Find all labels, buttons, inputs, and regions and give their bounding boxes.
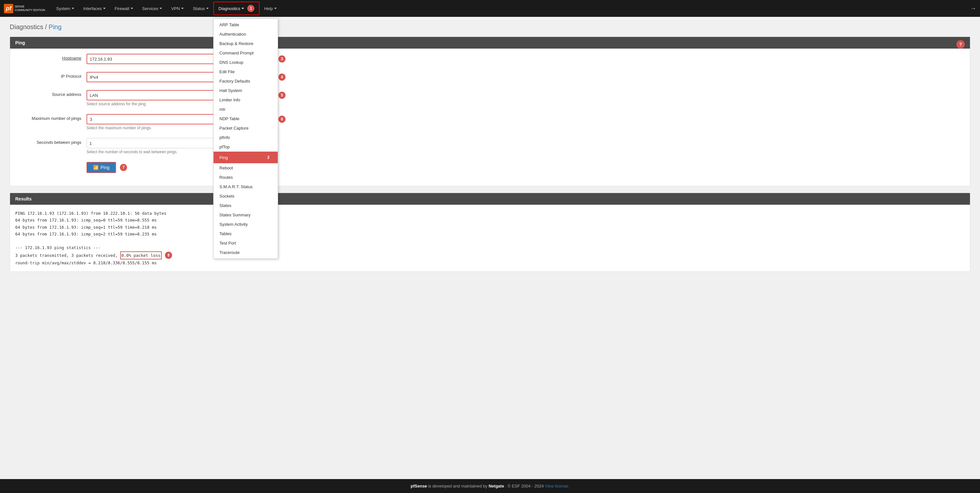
- ip-protocol-group: IP Protocol IPv4 IPv6 4: [15, 72, 965, 85]
- nav-services[interactable]: Services: [138, 3, 167, 14]
- result-blank: [15, 238, 965, 244]
- dropdown-factory-defaults[interactable]: Factory Defaults: [213, 76, 278, 86]
- footer-text-middle: is developed and maintained by: [428, 483, 488, 488]
- caret-icon: [72, 8, 74, 9]
- logo-pf: pf: [4, 4, 13, 13]
- dropdown-mtr[interactable]: mtr: [213, 105, 278, 114]
- results-panel-heading: Results: [10, 193, 970, 205]
- source-address-badge: 5: [278, 92, 285, 99]
- dropdown-ndp-table[interactable]: NDP Table: [213, 114, 278, 124]
- dropdown-pftop[interactable]: pfTop: [213, 142, 278, 152]
- max-pings-label: Maximum number of pings: [15, 114, 86, 121]
- result-stats-header: --- 172.16.1.93 ping statistics ---: [15, 244, 965, 251]
- main-content: Diagnostics / Ping Ping ? Hostname 3: [0, 17, 980, 479]
- result-roundtrip: round-trip min/avg/max/stddev = 8.218/8.…: [15, 260, 965, 266]
- hostname-label: Hostname: [15, 54, 86, 60]
- diagnostics-dropdown: ARP Table Authentication Backup & Restor…: [213, 19, 278, 259]
- dropdown-traceroute[interactable]: Traceroute: [213, 248, 278, 257]
- ping-button-group: 📶 Ping 7: [15, 162, 965, 176]
- ip-protocol-label: IP Protocol: [15, 72, 86, 79]
- packet-loss-value: 0.0% packet loss: [120, 251, 162, 260]
- ping-panel-body: Hostname 3 IP Protocol: [10, 49, 970, 186]
- dropdown-tables[interactable]: Tables: [213, 229, 278, 238]
- dropdown-arp-table[interactable]: ARP Table: [213, 20, 278, 30]
- dropdown-states-summary[interactable]: States Summary: [213, 210, 278, 220]
- result-line-2: 64 bytes from 172.16.1.93: icmp_seq=0 tt…: [15, 217, 965, 224]
- dropdown-states[interactable]: States: [213, 201, 278, 210]
- ping-button-spacer: [15, 162, 86, 164]
- brand: pf SenseCOMMUNITY EDITION: [4, 4, 45, 13]
- source-address-label: Source address: [15, 90, 86, 97]
- ping-button[interactable]: 📶 Ping: [86, 162, 116, 173]
- diagnostics-badge: 1: [247, 5, 255, 12]
- breadcrumb-separator: /: [45, 23, 49, 30]
- nav-vpn[interactable]: VPN: [167, 3, 188, 14]
- caret-icon: [130, 8, 133, 9]
- nav-diagnostics[interactable]: Diagnostics 1: [213, 2, 259, 15]
- nav-diagnostics-container: Diagnostics 1 ARP Table Authentication B…: [213, 2, 259, 15]
- result-line-3: 64 bytes from 172.16.1.93: icmp_seq=1 tt…: [15, 224, 965, 231]
- max-pings-group: Maximum number of pings 3 1 2 4 5: [15, 114, 965, 133]
- results-panel-title: Results: [15, 196, 32, 201]
- ping-button-badge: 7: [120, 164, 127, 171]
- dropdown-backup-restore[interactable]: Backup & Restore: [213, 39, 278, 48]
- ping-menu-badge: 2: [265, 154, 272, 161]
- caret-icon: [274, 8, 277, 9]
- dropdown-pfinfo[interactable]: pfInfo: [213, 133, 278, 142]
- caret-icon: [159, 8, 162, 9]
- hostname-link[interactable]: Hostname: [62, 56, 81, 60]
- dropdown-routes[interactable]: Routes: [213, 173, 278, 182]
- logout-icon[interactable]: →: [970, 5, 976, 12]
- ping-button-label: Ping: [100, 165, 110, 170]
- navbar: pf SenseCOMMUNITY EDITION System Interfa…: [0, 0, 980, 17]
- results-panel: Results PING 172.16.1.93 (172.16.1.93) f…: [10, 193, 970, 272]
- dropdown-smart-status[interactable]: S.M.A.R.T. Status: [213, 182, 278, 192]
- nav-firewall[interactable]: Firewall: [110, 3, 138, 14]
- dropdown-sockets[interactable]: Sockets: [213, 192, 278, 201]
- results-badge: 8: [165, 252, 172, 259]
- dropdown-dns-lookup[interactable]: DNS Lookup: [213, 58, 278, 67]
- nav-status[interactable]: Status: [188, 3, 213, 14]
- seconds-between-label: Seconds between pings: [15, 138, 86, 145]
- seconds-between-group: Seconds between pings 1 2 3 4 5 Select t…: [15, 138, 965, 157]
- caret-icon: [206, 8, 209, 9]
- source-address-group: Source address LAN 5 Select source addre…: [15, 90, 965, 109]
- nav-items: System Interfaces Firewall Services VPN …: [51, 2, 970, 15]
- help-icon[interactable]: ?: [956, 40, 965, 49]
- dropdown-packet-capture[interactable]: Packet Capture: [213, 124, 278, 133]
- nav-help[interactable]: Help: [259, 3, 281, 14]
- dropdown-halt-system[interactable]: Halt System: [213, 86, 278, 95]
- dropdown-system-activity[interactable]: System Activity: [213, 220, 278, 229]
- dropdown-edit-file[interactable]: Edit File: [213, 67, 278, 76]
- ip-protocol-badge: 4: [278, 73, 285, 81]
- results-body: PING 172.16.1.93 (172.16.1.93) from 10.2…: [10, 205, 970, 271]
- caret-icon: [242, 8, 244, 9]
- nav-interfaces[interactable]: Interfaces: [79, 3, 110, 14]
- max-pings-badge: 6: [278, 116, 285, 123]
- ping-panel: Ping ? Hostname 3 IP Protocol: [10, 36, 970, 186]
- dropdown-ping[interactable]: Ping 2: [213, 152, 278, 163]
- breadcrumb: Diagnostics / Ping: [10, 23, 970, 31]
- footer-brand: pfSense: [410, 483, 427, 488]
- breadcrumb-parent: Diagnostics: [10, 23, 43, 30]
- result-line-1: PING 172.16.1.93 (172.16.1.93) from 10.2…: [15, 210, 965, 217]
- result-stats-line: 3 packets transmitted, 3 packets receive…: [15, 251, 965, 260]
- ping-panel-title: Ping: [15, 40, 25, 45]
- footer-text-suffix: . © ESF 2004 - 2024: [505, 483, 545, 488]
- dropdown-authentication[interactable]: Authentication: [213, 30, 278, 39]
- ping-panel-heading: Ping: [10, 37, 970, 49]
- dropdown-limiter-info[interactable]: Limiter Info: [213, 95, 278, 105]
- dropdown-reboot[interactable]: Reboot: [213, 163, 278, 173]
- hostname-badge: 3: [278, 55, 285, 62]
- result-line-4: 64 bytes from 172.16.1.93: icmp_seq=2 tt…: [15, 231, 965, 238]
- nav-system[interactable]: System: [51, 3, 78, 14]
- caret-icon: [181, 8, 184, 9]
- footer: pfSense is developed and maintained by N…: [0, 479, 980, 493]
- dropdown-test-port[interactable]: Test Port: [213, 238, 278, 248]
- wifi-icon: 📶: [93, 165, 99, 170]
- footer-company: Netgate: [489, 483, 504, 488]
- caret-icon: [103, 8, 106, 9]
- footer-license-link[interactable]: View license.: [545, 483, 570, 488]
- logo-text: SenseCOMMUNITY EDITION: [14, 5, 45, 12]
- dropdown-command-prompt[interactable]: Command Prompt: [213, 48, 278, 58]
